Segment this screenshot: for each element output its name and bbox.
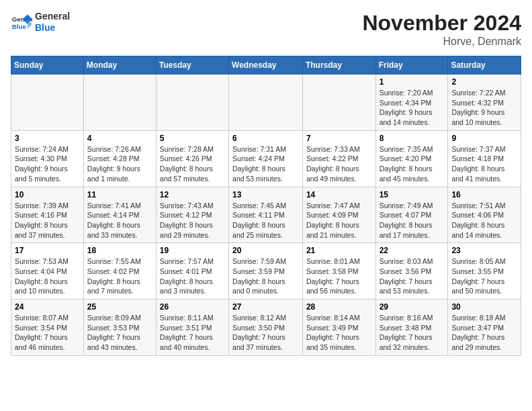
day-info: Sunrise: 7:33 AM Sunset: 4:22 PM Dayligh… xyxy=(306,144,372,184)
day-number: 17 xyxy=(15,246,80,255)
calendar-day-cell: 2Sunrise: 7:22 AM Sunset: 4:32 PM Daylig… xyxy=(448,75,521,131)
day-number: 26 xyxy=(160,302,225,312)
day-info: Sunrise: 7:41 AM Sunset: 4:14 PM Dayligh… xyxy=(87,201,152,240)
weekday-header: Wednesday xyxy=(229,56,303,75)
calendar-day-cell: 21Sunrise: 8:01 AM Sunset: 3:58 PM Dayli… xyxy=(302,243,375,300)
title-block: November 2024 Horve, Denmark xyxy=(362,11,521,48)
day-number: 21 xyxy=(306,246,372,255)
day-number: 30 xyxy=(451,302,517,312)
day-number: 5 xyxy=(160,134,225,143)
day-number: 8 xyxy=(380,134,445,143)
day-info: Sunrise: 8:14 AM Sunset: 3:49 PM Dayligh… xyxy=(306,313,372,353)
calendar-day-cell xyxy=(302,75,375,131)
weekday-header: Monday xyxy=(83,56,156,75)
day-info: Sunrise: 7:35 AM Sunset: 4:20 PM Dayligh… xyxy=(380,144,445,184)
calendar-day-cell xyxy=(156,75,228,131)
day-info: Sunrise: 8:07 AM Sunset: 3:54 PM Dayligh… xyxy=(15,313,80,353)
calendar-day-cell: 8Sunrise: 7:35 AM Sunset: 4:20 PM Daylig… xyxy=(375,130,448,187)
calendar-day-cell xyxy=(11,75,84,131)
calendar-day-cell: 11Sunrise: 7:41 AM Sunset: 4:14 PM Dayli… xyxy=(83,187,156,243)
day-info: Sunrise: 7:26 AM Sunset: 4:28 PM Dayligh… xyxy=(87,144,152,184)
day-number: 2 xyxy=(451,77,517,87)
calendar-week-row: 17Sunrise: 7:53 AM Sunset: 4:04 PM Dayli… xyxy=(11,243,521,300)
calendar-day-cell: 19Sunrise: 7:57 AM Sunset: 4:01 PM Dayli… xyxy=(156,243,228,300)
calendar-day-cell: 28Sunrise: 8:14 AM Sunset: 3:49 PM Dayli… xyxy=(302,300,375,356)
calendar-day-cell: 27Sunrise: 8:12 AM Sunset: 3:50 PM Dayli… xyxy=(229,300,303,356)
day-info: Sunrise: 7:39 AM Sunset: 4:16 PM Dayligh… xyxy=(15,201,80,240)
day-number: 3 xyxy=(15,134,80,143)
calendar-day-cell: 16Sunrise: 7:51 AM Sunset: 4:06 PM Dayli… xyxy=(448,187,521,243)
day-info: Sunrise: 7:45 AM Sunset: 4:11 PM Dayligh… xyxy=(232,201,299,240)
day-number: 23 xyxy=(451,246,517,255)
day-info: Sunrise: 7:49 AM Sunset: 4:07 PM Dayligh… xyxy=(380,201,445,240)
calendar-day-cell xyxy=(229,75,303,131)
day-number: 4 xyxy=(87,134,152,143)
calendar-day-cell: 5Sunrise: 7:28 AM Sunset: 4:26 PM Daylig… xyxy=(156,130,228,187)
day-info: Sunrise: 7:37 AM Sunset: 4:18 PM Dayligh… xyxy=(451,144,517,184)
day-number: 10 xyxy=(15,190,80,199)
calendar-day-cell: 22Sunrise: 8:03 AM Sunset: 3:56 PM Dayli… xyxy=(375,243,448,300)
calendar-day-cell: 4Sunrise: 7:26 AM Sunset: 4:28 PM Daylig… xyxy=(83,130,156,187)
day-number: 7 xyxy=(306,134,372,143)
day-number: 6 xyxy=(232,134,299,143)
calendar-day-cell: 14Sunrise: 7:47 AM Sunset: 4:09 PM Dayli… xyxy=(302,187,375,243)
logo: General Blue General Blue xyxy=(11,11,70,34)
day-info: Sunrise: 7:43 AM Sunset: 4:12 PM Dayligh… xyxy=(160,201,225,240)
day-number: 13 xyxy=(232,190,299,199)
day-number: 14 xyxy=(306,190,372,199)
weekday-header: Thursday xyxy=(302,56,375,75)
day-info: Sunrise: 7:51 AM Sunset: 4:06 PM Dayligh… xyxy=(451,201,517,240)
day-number: 16 xyxy=(451,190,517,199)
weekday-header: Sunday xyxy=(11,56,84,75)
day-number: 9 xyxy=(451,134,517,143)
calendar-day-cell: 25Sunrise: 8:09 AM Sunset: 3:53 PM Dayli… xyxy=(83,300,156,356)
day-number: 15 xyxy=(380,190,445,199)
weekday-header: Friday xyxy=(375,56,448,75)
weekday-header: Saturday xyxy=(448,56,521,75)
calendar-week-row: 24Sunrise: 8:07 AM Sunset: 3:54 PM Dayli… xyxy=(11,300,521,356)
day-number: 18 xyxy=(87,246,152,255)
weekday-header-row: SundayMondayTuesdayWednesdayThursdayFrid… xyxy=(11,56,521,75)
calendar-day-cell xyxy=(83,75,156,131)
calendar-day-cell: 26Sunrise: 8:11 AM Sunset: 3:51 PM Dayli… xyxy=(156,300,228,356)
day-number: 29 xyxy=(380,302,445,312)
day-info: Sunrise: 7:59 AM Sunset: 3:59 PM Dayligh… xyxy=(232,257,299,296)
calendar-day-cell: 24Sunrise: 8:07 AM Sunset: 3:54 PM Dayli… xyxy=(11,300,84,356)
calendar-day-cell: 29Sunrise: 8:16 AM Sunset: 3:48 PM Dayli… xyxy=(375,300,448,356)
calendar-day-cell: 1Sunrise: 7:20 AM Sunset: 4:34 PM Daylig… xyxy=(375,75,448,131)
day-info: Sunrise: 8:11 AM Sunset: 3:51 PM Dayligh… xyxy=(160,313,225,353)
calendar-day-cell: 10Sunrise: 7:39 AM Sunset: 4:16 PM Dayli… xyxy=(11,187,84,243)
calendar-day-cell: 30Sunrise: 8:18 AM Sunset: 3:47 PM Dayli… xyxy=(448,300,521,356)
calendar-day-cell: 3Sunrise: 7:24 AM Sunset: 4:30 PM Daylig… xyxy=(11,130,84,187)
page-header: General Blue General Blue November 2024 … xyxy=(11,11,521,48)
day-number: 1 xyxy=(380,77,445,87)
weekday-header: Tuesday xyxy=(156,56,228,75)
calendar-day-cell: 15Sunrise: 7:49 AM Sunset: 4:07 PM Dayli… xyxy=(375,187,448,243)
day-info: Sunrise: 8:16 AM Sunset: 3:48 PM Dayligh… xyxy=(380,313,445,353)
page-title: November 2024 xyxy=(362,11,521,36)
day-info: Sunrise: 7:57 AM Sunset: 4:01 PM Dayligh… xyxy=(160,257,225,296)
day-number: 19 xyxy=(160,246,225,255)
day-info: Sunrise: 8:12 AM Sunset: 3:50 PM Dayligh… xyxy=(232,313,299,353)
day-info: Sunrise: 7:53 AM Sunset: 4:04 PM Dayligh… xyxy=(15,257,80,296)
logo-line2: Blue xyxy=(35,22,70,34)
calendar-day-cell: 12Sunrise: 7:43 AM Sunset: 4:12 PM Dayli… xyxy=(156,187,228,243)
calendar-table: SundayMondayTuesdayWednesdayThursdayFrid… xyxy=(11,56,521,356)
day-info: Sunrise: 7:55 AM Sunset: 4:02 PM Dayligh… xyxy=(87,257,152,296)
day-info: Sunrise: 7:31 AM Sunset: 4:24 PM Dayligh… xyxy=(232,144,299,184)
day-info: Sunrise: 7:24 AM Sunset: 4:30 PM Dayligh… xyxy=(15,144,80,184)
day-number: 20 xyxy=(232,246,299,255)
day-number: 28 xyxy=(306,302,372,312)
svg-text:Blue: Blue xyxy=(12,23,27,30)
day-info: Sunrise: 7:28 AM Sunset: 4:26 PM Dayligh… xyxy=(160,144,225,184)
calendar-day-cell: 9Sunrise: 7:37 AM Sunset: 4:18 PM Daylig… xyxy=(448,130,521,187)
day-info: Sunrise: 7:20 AM Sunset: 4:34 PM Dayligh… xyxy=(380,88,445,128)
calendar-day-cell: 6Sunrise: 7:31 AM Sunset: 4:24 PM Daylig… xyxy=(229,130,303,187)
day-info: Sunrise: 7:22 AM Sunset: 4:32 PM Dayligh… xyxy=(451,88,517,128)
day-info: Sunrise: 8:09 AM Sunset: 3:53 PM Dayligh… xyxy=(87,313,152,353)
page-subtitle: Horve, Denmark xyxy=(362,36,521,48)
day-info: Sunrise: 8:01 AM Sunset: 3:58 PM Dayligh… xyxy=(306,257,372,296)
day-number: 12 xyxy=(160,190,225,199)
day-number: 25 xyxy=(87,302,152,312)
logo-text: General Blue xyxy=(35,11,70,34)
